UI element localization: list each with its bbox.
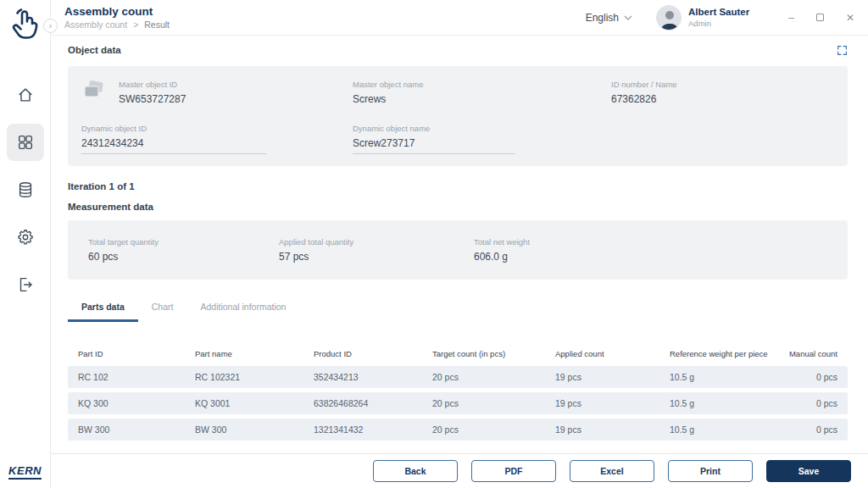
dynamic-object-name-input[interactable]: Screw273717 bbox=[353, 137, 515, 154]
user-info[interactable]: Albert Sauter Admin bbox=[688, 6, 749, 28]
parts-table-header: Part ID Part name Product ID Target coun… bbox=[68, 341, 848, 366]
tab-parts-data[interactable]: Parts data bbox=[68, 297, 138, 322]
sidebar: KERN bbox=[0, 0, 51, 488]
object-data-title: Object data bbox=[68, 45, 121, 55]
field-master-object-id: Master object ID SW653727287 bbox=[81, 80, 353, 105]
sidebar-nav bbox=[7, 76, 44, 303]
kern-logo: KERN bbox=[8, 464, 42, 480]
back-button[interactable]: Back bbox=[373, 460, 458, 482]
cell-part-id: BW 300 bbox=[78, 424, 195, 435]
field-dynamic-object-id: Dynamic object ID 24312434234 bbox=[81, 124, 353, 154]
touch-hand-logo-icon bbox=[10, 8, 41, 42]
avatar[interactable] bbox=[656, 5, 682, 30]
header-titles: Assembly count Assembly count > Result bbox=[64, 5, 170, 30]
tab-additional-information[interactable]: Additional information bbox=[186, 297, 299, 322]
column-header: Applied count bbox=[555, 349, 670, 358]
language-selector[interactable]: English bbox=[586, 12, 632, 24]
tab-chart[interactable]: Chart bbox=[138, 297, 187, 322]
page-title: Assembly count bbox=[64, 5, 170, 18]
field-label: Master object name bbox=[353, 80, 611, 89]
footer-action-bar: Back PDF Excel Print Save bbox=[51, 453, 868, 488]
column-header: Part ID bbox=[78, 349, 195, 358]
home-icon bbox=[16, 86, 35, 104]
breadcrumb: Assembly count > Result bbox=[64, 19, 170, 30]
chevron-down-icon bbox=[624, 15, 632, 20]
sidebar-item-modules[interactable] bbox=[7, 124, 44, 161]
expand-icon[interactable] bbox=[837, 45, 848, 56]
field-label: Dynamic object name bbox=[353, 124, 611, 133]
cell-part-name: BW 300 bbox=[195, 424, 314, 435]
field-label: ID number / Name bbox=[611, 80, 834, 89]
cell-part-name: RC 102321 bbox=[195, 372, 314, 382]
header-right: English Albert Sauter Admin – ✕ bbox=[586, 5, 854, 30]
maximize-icon[interactable] bbox=[816, 14, 824, 21]
field-value: Screws bbox=[353, 93, 611, 105]
print-button[interactable]: Print bbox=[668, 460, 753, 482]
cell-part-name: KQ 3001 bbox=[195, 398, 314, 408]
sidebar-toggle-button[interactable]: › bbox=[43, 19, 58, 33]
close-icon[interactable]: ✕ bbox=[846, 13, 854, 23]
sidebar-item-home[interactable] bbox=[7, 76, 44, 114]
app-window: KERN › Assembly count Assembly count > R… bbox=[0, 0, 868, 488]
content: Object data Master object ID SW653727287 bbox=[51, 36, 868, 453]
table-row[interactable]: BW 300 BW 300 1321341432 20 pcs 19 pcs 1… bbox=[68, 419, 848, 441]
cell-part-id: KQ 300 bbox=[78, 398, 195, 408]
cell-product-id: 352434213 bbox=[314, 372, 432, 382]
breadcrumb-parent[interactable]: Assembly count bbox=[64, 19, 127, 30]
cell-reference-weight: 10.5 g bbox=[670, 398, 771, 408]
object-data-header: Object data bbox=[68, 42, 848, 58]
tab-bar: Parts data Chart Additional information bbox=[68, 297, 848, 322]
field-total-net-weight: Total net weight 606.0 g bbox=[474, 237, 827, 263]
database-icon bbox=[16, 180, 35, 199]
cell-part-id: RC 102 bbox=[78, 372, 195, 382]
chevron-right-icon: › bbox=[49, 21, 52, 30]
table-row[interactable]: RC 102 RC 102321 352434213 20 pcs 19 pcs… bbox=[68, 366, 848, 388]
field-label: Total target quantity bbox=[88, 237, 279, 247]
cell-manual-count: 0 pcs bbox=[816, 398, 837, 408]
field-value: 67362826 bbox=[611, 93, 834, 105]
parts-table: Part ID Part name Product ID Target coun… bbox=[68, 341, 848, 441]
field-label: Total net weight bbox=[474, 237, 827, 247]
sidebar-item-database[interactable] bbox=[7, 171, 44, 208]
minimize-icon[interactable]: – bbox=[788, 13, 794, 23]
cell-manual-count: 0 pcs bbox=[816, 424, 837, 435]
field-master-object-name: Master object name Screws bbox=[353, 80, 611, 105]
app-logo bbox=[8, 7, 42, 42]
iteration-title: Iteration 1 of 1 bbox=[68, 181, 848, 191]
field-label: Applied total quantity bbox=[279, 237, 474, 247]
cell-product-id: 63826468264 bbox=[314, 398, 432, 408]
user-name: Albert Sauter bbox=[688, 6, 749, 18]
cell-applied-count: 19 pcs bbox=[555, 372, 670, 382]
column-header: Reference weight per piece bbox=[670, 349, 771, 358]
cell-applied-count: 19 pcs bbox=[555, 424, 670, 435]
cell-product-id: 1321341432 bbox=[314, 424, 432, 435]
column-header: Part name bbox=[195, 349, 314, 358]
field-applied-total-quantity: Applied total quantity 57 pcs bbox=[279, 237, 474, 263]
field-value: 60 pcs bbox=[88, 251, 279, 263]
sidebar-item-logout[interactable] bbox=[7, 266, 44, 303]
user-role: Admin bbox=[688, 19, 749, 29]
gear-icon bbox=[16, 228, 35, 247]
header: Assembly count Assembly count > Result E… bbox=[51, 0, 868, 36]
field-value: 606.0 g bbox=[474, 251, 827, 263]
save-button[interactable]: Save bbox=[766, 460, 851, 482]
field-value: SW653727287 bbox=[119, 93, 186, 105]
cell-target-count: 20 pcs bbox=[432, 424, 555, 435]
column-header: Target count (in pcs) bbox=[432, 349, 555, 358]
field-id-number-name: ID number / Name 67362826 bbox=[611, 80, 834, 105]
pdf-button[interactable]: PDF bbox=[471, 460, 556, 482]
object-data-panel: Master object ID SW653727287 Master obje… bbox=[68, 66, 848, 166]
dynamic-object-id-input[interactable]: 24312434234 bbox=[81, 137, 266, 154]
cell-target-count: 20 pcs bbox=[432, 398, 555, 408]
field-value: 57 pcs bbox=[279, 251, 474, 263]
column-header: Manual count bbox=[789, 349, 837, 358]
measurement-title: Measurement data bbox=[68, 202, 848, 212]
apps-grid-icon bbox=[16, 133, 35, 152]
table-row[interactable]: KQ 300 KQ 3001 63826468264 20 pcs 19 pcs… bbox=[68, 392, 848, 414]
main-area: Assembly count Assembly count > Result E… bbox=[51, 0, 868, 488]
sidebar-item-settings[interactable] bbox=[7, 219, 44, 256]
window-controls: – ✕ bbox=[788, 13, 854, 23]
field-total-target-quantity: Total target quantity 60 pcs bbox=[88, 237, 279, 263]
excel-button[interactable]: Excel bbox=[570, 460, 654, 482]
language-label: English bbox=[586, 12, 619, 24]
